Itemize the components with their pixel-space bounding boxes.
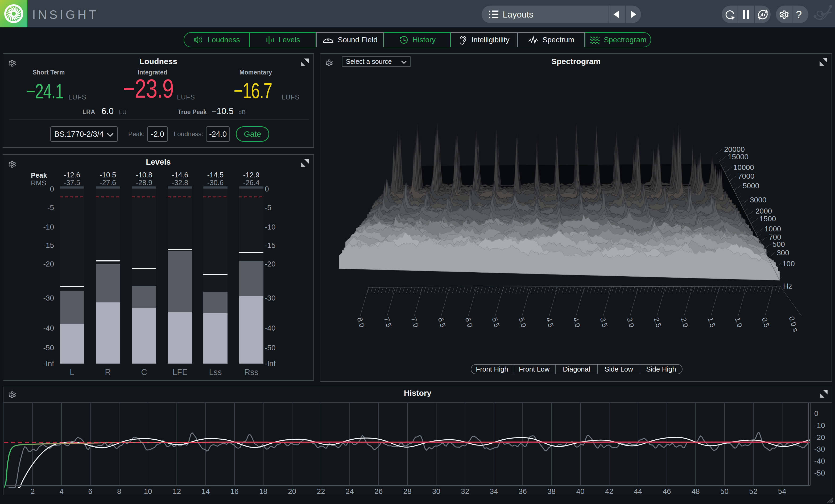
svg-text:10: 10	[144, 487, 152, 495]
svg-text:22: 22	[317, 487, 325, 495]
svg-text:15000: 15000	[728, 153, 749, 161]
svg-text:7000: 7000	[738, 172, 754, 180]
svg-text:1500: 1500	[759, 215, 776, 223]
svg-text:26: 26	[374, 487, 383, 495]
svg-text:6.0: 6.0	[464, 316, 474, 329]
svg-text:24: 24	[346, 487, 354, 495]
svg-text:52: 52	[749, 487, 757, 495]
svg-text:6: 6	[88, 487, 93, 495]
svg-text:10000: 10000	[733, 163, 754, 171]
svg-text:16: 16	[230, 487, 239, 495]
svg-text:40: 40	[576, 487, 584, 495]
svg-text:12: 12	[173, 487, 181, 495]
svg-text:3.5: 3.5	[598, 316, 609, 329]
svg-text:2: 2	[30, 487, 35, 495]
svg-text:2000: 2000	[755, 207, 772, 215]
svg-text:46: 46	[663, 487, 671, 495]
svg-text:4.5: 4.5	[545, 316, 555, 329]
svg-text:3.0: 3.0	[625, 316, 636, 329]
svg-text:34: 34	[490, 487, 498, 495]
svg-text:36: 36	[518, 487, 527, 495]
svg-text:1000: 1000	[765, 225, 781, 233]
svg-text:4.0: 4.0	[571, 316, 582, 329]
svg-text:100: 100	[782, 259, 795, 268]
svg-text:38: 38	[547, 487, 556, 495]
svg-text:20: 20	[288, 487, 296, 495]
svg-text:300: 300	[777, 249, 789, 257]
svg-text:32: 32	[461, 487, 469, 495]
svg-text:-30: -30	[814, 445, 825, 453]
svg-text:1.5: 1.5	[706, 316, 717, 329]
svg-text:Hz: Hz	[783, 282, 792, 290]
svg-text:4: 4	[59, 487, 64, 495]
svg-text:18: 18	[259, 487, 267, 495]
svg-text:0.5: 0.5	[760, 316, 771, 329]
svg-text:0: 0	[814, 409, 818, 418]
svg-text:-40: -40	[814, 457, 825, 465]
svg-text:8.0: 8.0	[355, 316, 366, 329]
svg-text:44: 44	[634, 487, 642, 495]
svg-text:14: 14	[201, 487, 210, 495]
svg-text:-10: -10	[814, 421, 825, 429]
svg-text:-20: -20	[814, 433, 825, 441]
svg-text:2.0: 2.0	[679, 316, 690, 329]
svg-text:0.0 s: 0.0 s	[787, 315, 800, 333]
svg-text:5000: 5000	[743, 182, 759, 190]
svg-text:42: 42	[605, 487, 613, 495]
svg-text:3000: 3000	[750, 196, 766, 204]
svg-text:7.5: 7.5	[382, 316, 393, 329]
svg-text:5.0: 5.0	[517, 316, 528, 329]
svg-text:50: 50	[720, 487, 729, 495]
svg-text:5.5: 5.5	[490, 316, 501, 329]
svg-text:48: 48	[692, 487, 700, 495]
svg-text:8: 8	[117, 487, 121, 495]
svg-text:7.0: 7.0	[409, 316, 420, 329]
svg-text:54: 54	[778, 487, 786, 495]
svg-text:20000: 20000	[724, 145, 745, 153]
svg-text:500: 500	[772, 240, 785, 248]
svg-text:28: 28	[403, 487, 411, 495]
svg-text:2.5: 2.5	[652, 316, 663, 329]
svg-text:6.5: 6.5	[436, 316, 447, 329]
svg-text:-50: -50	[814, 469, 825, 477]
svg-text:1.0: 1.0	[733, 316, 744, 329]
svg-text:30: 30	[432, 487, 441, 495]
